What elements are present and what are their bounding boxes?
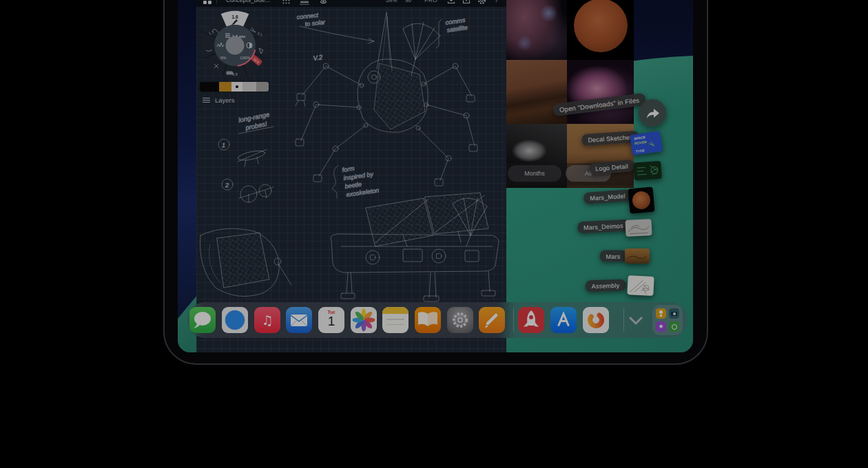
app-library-mini-tips: [656, 308, 666, 319]
photo-orion-nebula[interactable]: [567, 60, 634, 124]
annotation-beetle-1: form: [342, 165, 355, 173]
app-library-mini-star: ★: [656, 321, 666, 332]
swatch-gray[interactable]: [256, 82, 269, 92]
annotation-connect-2: to solar: [304, 19, 326, 28]
photos-flower-icon: [351, 307, 377, 333]
forward-arrow-icon: [645, 107, 660, 119]
segment-months-label: Months: [524, 170, 545, 177]
layers-label: Layers: [215, 96, 235, 104]
rocket-icon: [518, 307, 544, 333]
photo-mars-globe[interactable]: [567, 0, 634, 60]
dock-icon-music[interactable]: ♫: [254, 307, 280, 333]
sketch-probes: [218, 127, 273, 202]
rotation-value[interactable]: 90°: [405, 0, 413, 3]
app-library-mini-camera: [669, 308, 679, 319]
chevron-down-icon: [628, 315, 644, 326]
selected-swatch-dot: [236, 85, 238, 88]
dock-icon-rocket[interactable]: [518, 307, 544, 333]
dock-hide-chevron[interactable]: [628, 315, 644, 326]
messages-bubble-icon: [189, 307, 216, 333]
wheel-opacity-min: 0%: [220, 56, 227, 60]
drag-item-label[interactable]: Mars: [600, 251, 627, 262]
appstore-a-icon: [550, 307, 577, 333]
layers-icon: [203, 98, 210, 103]
drag-thumb-mars-model[interactable]: [628, 187, 654, 213]
sketch-main-robot: [296, 12, 477, 186]
app-library-mini-dial: [669, 321, 679, 332]
import-icon[interactable]: [447, 0, 455, 4]
dock-icon-notes[interactable]: [382, 307, 409, 333]
wheel-opacity-max: 100%: [240, 56, 251, 60]
settings-gear-icon[interactable]: [477, 0, 486, 5]
drag-thumb-assembly[interactable]: [627, 275, 654, 296]
dock: ♫ Tue 1: [187, 302, 688, 338]
drag-thumb-decal[interactable]: SPACEROVERTYPE: [630, 131, 663, 156]
share-forward-button[interactable]: [639, 99, 666, 127]
dock-icon-app-library[interactable]: ★: [652, 305, 683, 335]
tool-wheel[interactable]: 1.6 14.5 1: [200, 10, 270, 80]
drag-item-label[interactable]: Assembly: [585, 279, 626, 292]
wheel-center-knob[interactable]: [226, 36, 245, 55]
safari-compass-icon: [222, 307, 248, 333]
menu-lines-icon[interactable]: [300, 0, 309, 5]
wheel-bottom-size: 6.8: [232, 72, 238, 76]
concepts-toolbar: Concepts_blue... 59% 90° PRO: [196, 0, 506, 7]
pro-badge[interactable]: PRO: [424, 0, 437, 3]
dock-icon-appstore[interactable]: [550, 307, 577, 333]
photo-nebula-horsehead[interactable]: [506, 0, 567, 60]
pen-nib-icon[interactable]: [319, 0, 328, 5]
swatch-lightgray[interactable]: [242, 82, 256, 92]
linea-pen-icon: [479, 307, 505, 333]
dock-icon-mail[interactable]: [286, 307, 312, 333]
dock-icon-calendar[interactable]: Tue 1: [318, 307, 344, 333]
dock-divider: [623, 308, 624, 332]
dock-icon-safari[interactable]: [222, 307, 248, 333]
svg-text:TYPE: TYPE: [635, 148, 645, 153]
document-title[interactable]: Concepts_blue...: [226, 0, 270, 3]
ipad-device: connect to solar comms satellite V.2 lon…: [163, 0, 708, 365]
drag-thumb-logo[interactable]: [633, 161, 662, 181]
mail-envelope-icon: [286, 307, 312, 333]
music-note-icon: ♫: [261, 312, 273, 328]
dock-icon-books[interactable]: [415, 307, 441, 333]
annotation-num2: 2: [225, 182, 229, 189]
annotation-beetle-3: beetle: [344, 181, 362, 190]
toolbar-divider: [216, 0, 217, 3]
svg-text:ROVER: ROVER: [634, 140, 647, 145]
dock-icon-concepts[interactable]: [583, 307, 609, 333]
help-button[interactable]: ?: [495, 0, 498, 3]
segment-months[interactable]: Months: [508, 165, 561, 182]
export-icon[interactable]: [462, 0, 471, 4]
annotation-version: V.2: [313, 53, 324, 62]
sketch-pod: [200, 228, 291, 296]
dock-icon-photos[interactable]: [351, 307, 377, 333]
dock-icon-linea[interactable]: [479, 307, 505, 333]
mars-sphere: [574, 0, 628, 52]
settings-gear-glyph: [447, 307, 473, 333]
dots-grid-icon[interactable]: [282, 0, 290, 4]
layers-button[interactable]: Layers: [203, 96, 235, 104]
concepts-c-icon: [583, 307, 609, 333]
ipad-screen: connect to solar comms satellite V.2 lon…: [178, 0, 693, 352]
drag-thumb-mars[interactable]: [625, 248, 650, 264]
zoom-level[interactable]: 59%: [386, 0, 397, 3]
concepts-app-window[interactable]: connect to solar comms satellite V.2 lon…: [196, 0, 506, 352]
swatch-black[interactable]: [200, 82, 219, 92]
wheel-active-size: 1.6: [231, 14, 238, 19]
drag-thumb-mars-deimos[interactable]: [625, 219, 652, 237]
app-grid-icon[interactable]: [203, 0, 211, 4]
notes-header: [382, 307, 409, 314]
dock-divider: [513, 308, 514, 332]
sketch-rover: [331, 193, 499, 301]
color-palette-strip[interactable]: [200, 82, 269, 92]
calendar-day: 1: [318, 315, 344, 328]
swatch-white-selected[interactable]: [231, 82, 242, 92]
dock-icon-settings[interactable]: [447, 307, 473, 333]
swatch-gold[interactable]: [219, 82, 231, 92]
books-open-book-icon: [415, 307, 441, 333]
dock-icon-messages[interactable]: [189, 307, 216, 333]
annotation-num1: 1: [222, 142, 225, 149]
photos-app-window: Months All: [506, 0, 634, 188]
mars-model-sphere: [632, 191, 651, 210]
